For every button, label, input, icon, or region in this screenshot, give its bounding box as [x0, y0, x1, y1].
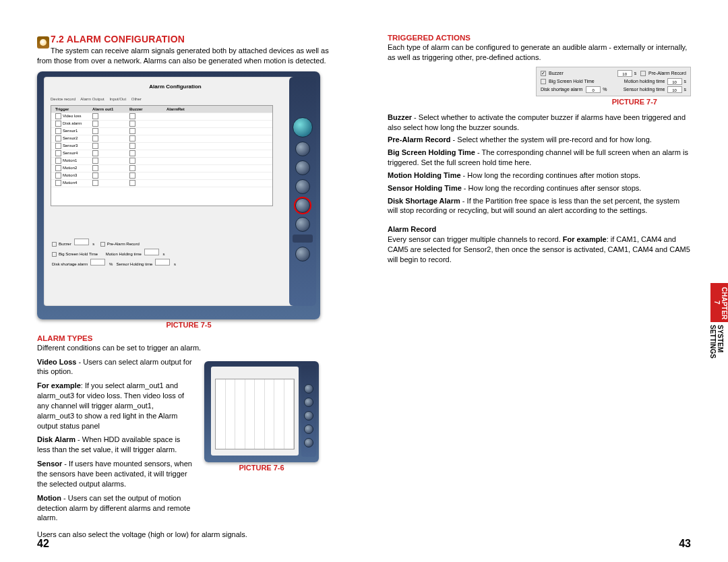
buzzer-checkbox[interactable]: [52, 242, 57, 247]
def-text: - Select whether to activate the compute…: [388, 113, 686, 131]
bigscreen-checkbox[interactable]: [52, 252, 57, 257]
page-number: 43: [679, 538, 691, 550]
check-cell[interactable]: [125, 158, 162, 164]
grid-row: Video loss: [51, 113, 272, 121]
grid-header-row: Trigger Alarm out1 Buzzer AlarmRet: [51, 106, 272, 113]
term: Big Screen Holding Time: [388, 148, 475, 156]
label: Pre-Alarm Record: [107, 242, 140, 246]
term: Motion Holding Time: [388, 171, 461, 179]
unit: %: [603, 87, 607, 92]
label: Disk shortage alarm: [52, 262, 88, 266]
check-cell[interactable]: [88, 180, 125, 186]
grid-row: Motion3: [51, 173, 272, 180]
sidebar-button[interactable]: [304, 411, 313, 420]
check-cell[interactable]: [125, 135, 162, 142]
sidebar-button[interactable]: [304, 384, 313, 394]
label: Buzzer: [549, 71, 564, 75]
mini-cols: [216, 379, 294, 449]
trigger-cell[interactable]: Motion1: [51, 158, 88, 164]
sidebar-button[interactable]: [295, 160, 310, 175]
check-cell[interactable]: [125, 150, 162, 156]
option-row: Buzzer 10s Pre-Alarm Record: [541, 70, 686, 77]
check-cell[interactable]: [88, 135, 125, 142]
definitions-column: Video Loss - Users can select alarm outp…: [37, 357, 192, 528]
prealarm-checkbox[interactable]: [100, 242, 105, 247]
window-title: Alarm Configuration: [44, 84, 307, 90]
check-cell[interactable]: [125, 128, 162, 134]
check-cell[interactable]: [125, 113, 162, 119]
check-cell[interactable]: [88, 113, 125, 119]
alarm-icon: [37, 36, 49, 49]
term: Sensor: [37, 460, 62, 468]
heading-text: 7.2 ALARM CONFIGURATION: [51, 34, 185, 44]
prealarm-checkbox[interactable]: [640, 71, 646, 76]
alarm-record-heading: Alarm Record: [388, 225, 691, 233]
trigger-cell[interactable]: Motion2: [51, 165, 88, 171]
trigger-cell[interactable]: Motion4: [51, 180, 88, 186]
def-text: - How long the recording continues after…: [462, 184, 642, 192]
label: Disk shortage alarm: [541, 87, 582, 92]
screenshot-triggered-options: Buzzer 10s Pre-Alarm Record Big Screen H…: [536, 67, 691, 96]
app-sidebar: [289, 77, 316, 306]
grid-row: Sensor1: [51, 128, 272, 135]
check-cell[interactable]: [88, 143, 125, 149]
dropdown[interactable]: [74, 239, 89, 245]
check-cell[interactable]: [88, 165, 125, 171]
trigger-cell[interactable]: Motion3: [51, 173, 88, 179]
sidebar-button[interactable]: [295, 217, 310, 232]
mini-screenshot-column: PICTURE 7-6: [204, 357, 319, 528]
dropdown[interactable]: [90, 259, 105, 266]
trigger-cell[interactable]: Sensor4: [51, 150, 88, 156]
check-cell[interactable]: [88, 128, 125, 134]
check-cell[interactable]: [88, 173, 125, 179]
lower-options: Buzzer s Pre-Alarm Record Big Screen Hol…: [52, 239, 274, 270]
check-cell[interactable]: [125, 121, 162, 127]
sidebar-button[interactable]: [295, 179, 310, 194]
dropdown[interactable]: 10: [667, 86, 682, 93]
check-cell[interactable]: [125, 173, 162, 179]
sidebar-button[interactable]: [304, 398, 313, 407]
subheading-triggered-actions: TRIGGERED ACTIONS: [388, 34, 691, 42]
check-cell[interactable]: [88, 121, 125, 127]
label: Big Screen Hold Time: [59, 252, 98, 256]
tab[interactable]: Other: [131, 97, 142, 101]
mini-window: [211, 367, 299, 456]
tab[interactable]: Device record: [51, 97, 75, 101]
alarm-types-block: Video Loss - Users can select alarm outp…: [37, 357, 340, 528]
dropdown[interactable]: [155, 259, 170, 266]
term: For example: [563, 235, 607, 243]
tab[interactable]: Alarm Output: [80, 97, 104, 101]
playback-buttons[interactable]: [293, 235, 313, 243]
bigscreen-checkbox[interactable]: [541, 79, 546, 84]
check-cell[interactable]: [88, 158, 125, 164]
check-cell[interactable]: [125, 165, 162, 171]
check-cell[interactable]: [88, 150, 125, 156]
figure-caption: PICTURE 7-5: [37, 321, 340, 329]
check-cell[interactable]: [125, 143, 162, 149]
sidebar-button[interactable]: [304, 438, 313, 447]
figure-caption: PICTURE 7-6: [204, 464, 319, 472]
trigger-cell[interactable]: Sensor1: [51, 128, 88, 134]
check-cell[interactable]: [125, 180, 162, 186]
label: Buzzer: [59, 242, 71, 246]
dropdown[interactable]: [144, 249, 159, 255]
sidebar-button-highlighted[interactable]: [295, 198, 310, 213]
def-text: - How long the recording continues after…: [461, 171, 641, 179]
trigger-cell[interactable]: Sensor3: [51, 143, 88, 149]
sidebar-button[interactable]: [295, 247, 310, 261]
dropdown[interactable]: 0: [586, 86, 601, 93]
sidebar-button[interactable]: [295, 142, 310, 156]
trigger-cell[interactable]: Disk alarm: [51, 121, 88, 127]
term: Video Loss: [37, 358, 76, 366]
tab-title: SYSTEM SETTINGS: [710, 322, 728, 377]
tab-bar: Device record Alarm Output Input/Out Oth…: [51, 97, 146, 101]
buzzer-checkbox[interactable]: [541, 71, 546, 76]
sidebar-button[interactable]: [304, 425, 313, 434]
label: Pre-Alarm Record: [648, 71, 686, 75]
dropdown[interactable]: 10: [617, 70, 632, 77]
tab[interactable]: Input/Out: [109, 97, 126, 101]
trigger-cell[interactable]: Video loss: [51, 113, 88, 119]
trigger-cell[interactable]: Sensor2: [51, 135, 88, 142]
dropdown[interactable]: 10: [667, 78, 682, 85]
grid-row: Sensor2: [51, 135, 272, 143]
